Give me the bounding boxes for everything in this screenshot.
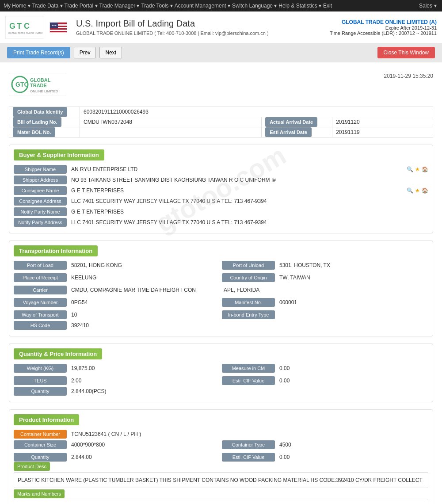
page-title: U.S. Import Bill of Lading Data [76, 19, 330, 29]
product-qty-label: Quantity [14, 453, 67, 462]
consignee-home-icon[interactable]: 🏠 [422, 187, 428, 194]
esti-cif-value: 0.00 [278, 377, 428, 385]
transportation-grid: Port of Load 58201, HONG KONG Port of Un… [14, 261, 428, 321]
nav-switch-language[interactable]: Switch Language ▾ [232, 3, 277, 9]
nav-sales[interactable]: Sales [419, 3, 432, 9]
consignee-name-label: Consignee Name [14, 186, 67, 195]
port-of-unload-row: Port of Unload 5301, HOUSTON, TX [222, 261, 428, 270]
nav-trade-tools[interactable]: Trade Tools ▾ [141, 3, 172, 9]
hs-code-value: 392410 [69, 321, 428, 329]
carrier-right-value: APL, FLORIDA [222, 286, 428, 294]
top-toolbar: Print Trade Record(s) Prev Next Close Th… [0, 43, 442, 62]
marks-numbers-value: G.E.T. HOUSTON,TX C/NO.1-2844 MADE IN TA… [14, 499, 428, 504]
bol-arrival-row: Bill of Lading No. CMDUTWN0372048 Actual… [9, 117, 433, 127]
print-button-top[interactable]: Print Trade Record(s) [7, 47, 70, 58]
svg-text:GLOBAL TRADE ONLINE LIMITED: GLOBAL TRADE ONLINE LIMITED [8, 32, 42, 34]
expire-date: Expire After 2019-12-31 [330, 25, 437, 31]
bill-of-lading-value: CMDUTWN0372048 [80, 117, 262, 127]
place-of-receipt-value: KEELUNG [69, 274, 220, 282]
notify-party-address-value: LLC 7401 SECURITY WAY JERSEY VILLAGE TX … [69, 218, 428, 226]
consignee-search-icon[interactable]: 🔍 [407, 187, 413, 194]
port-of-unload-value: 5301, HOUSTON, TX [278, 261, 428, 269]
global-data-identity-value: 6003201911210000026493 [80, 107, 433, 117]
nav-exit[interactable]: Exit [323, 3, 332, 9]
consignee-star-icon[interactable]: ★ [415, 187, 420, 194]
actual-arrival-date-label: Actual Arrival Date [265, 117, 317, 127]
header-title-area: U.S. Import Bill of Lading Data GLOBAL T… [67, 19, 330, 36]
gtc-logo-svg: G T C GLOBAL TRADE ONLINE LIMITED [7, 19, 42, 36]
shipper-address-row: Shipper Address NO 93 TAIKANG STREET SAN… [14, 176, 428, 184]
actual-arrival-date-value: 20191120 [332, 117, 433, 127]
header-right-info: GLOBAL TRADE ONLINE LIMITED (A) Expire A… [330, 19, 437, 36]
nav-help-statistics[interactable]: Help & Statistics ▾ [278, 3, 321, 9]
next-button-top[interactable]: Next [99, 47, 122, 58]
manifest-no-row: Manifest No. 000001 [222, 298, 428, 307]
qty-label: Quantity [14, 387, 67, 396]
container-type-label: Container Type [222, 440, 275, 449]
manifest-no-value: 000001 [278, 298, 428, 306]
container-size-label: Container Size [14, 440, 67, 449]
country-of-origin-label: Country of Origin [222, 273, 275, 282]
close-button-top[interactable]: Close This Window [377, 47, 435, 58]
notify-party-name-label: Notify Party Name [14, 207, 67, 216]
weight-label: Weight (KG) [14, 364, 67, 373]
carrier-row: Carrier CMDU, COMPAGNIE MAR TIME DA FREI… [14, 286, 220, 294]
main-content: GTC GLOBAL TRADE ONLINE LIMITED 2019-11-… [0, 62, 442, 504]
nav-trade-portal[interactable]: Trade Portal ▾ [65, 3, 98, 9]
teus-value: 2.00 [69, 377, 220, 385]
svg-text:GTC: GTC [15, 81, 29, 88]
teus-label: TEUS [14, 376, 67, 385]
consignee-name-row: Consignee Name G E T ENTERPRISES 🔍 ★ 🏠 [14, 186, 428, 195]
product-esti-cif-label: Esti. CIF Value [222, 453, 275, 462]
carrier-label: Carrier [14, 286, 67, 294]
container-type-value: 4500 [278, 441, 428, 449]
product-desc-value: PLASTIC KITCHEN WARE (PLASTIC TUMBLER BA… [14, 472, 428, 488]
port-of-load-label: Port of Load [14, 261, 67, 270]
consignee-address-value: LLC 7401 SECURITY WAY JERSEY VILLAGE TX … [69, 197, 428, 205]
doc-header: GTC GLOBAL TRADE ONLINE LIMITED 2019-11-… [9, 69, 433, 99]
product-desc-label: Product Desc [14, 462, 50, 471]
svg-text:ONLINE LIMITED: ONLINE LIMITED [30, 89, 58, 93]
carrier-right-row: APL, FLORIDA [222, 286, 428, 294]
inbond-entry-type-row: In-bond Entry Type [222, 310, 428, 319]
flag-icon: ★★★ [50, 22, 67, 33]
measure-value: 0.00 [278, 364, 428, 372]
quantity-price-section-header: Quantity & Price Information [14, 348, 102, 359]
svg-text:C: C [24, 22, 30, 31]
shipper-address-label: Shipper Address [14, 176, 67, 184]
shipper-address-value: NO 93 TAIKANG STREET SANMING DIST KAOHSI… [69, 176, 428, 184]
teus-row: TEUS 2.00 [14, 376, 220, 385]
notify-party-name-row: Notify Party Name G E T ENTERPRISES [14, 207, 428, 216]
voyage-number-label: Voyage Number [14, 298, 67, 307]
container-size-value: 4000*900*800 [69, 441, 220, 449]
shipper-star-icon[interactable]: ★ [415, 166, 420, 172]
global-data-identity-row: Global Data Identity 6003201911210000026… [9, 107, 433, 117]
place-of-receipt-row: Place of Receipt KEELUNG [14, 273, 220, 282]
doc-logo-svg: GTC GLOBAL TRADE ONLINE LIMITED [9, 73, 66, 96]
nav-trade-data[interactable]: Trade Data ▾ [32, 3, 63, 9]
marks-numbers-label: Marks and Numbers [14, 489, 65, 498]
transportation-section-header: Transportation Information [14, 245, 98, 256]
qty-row: Quantity 2,844.00(PCS) [14, 387, 428, 396]
company-name-header: GLOBAL TRADE ONLINE LIMITED (A) [330, 19, 437, 25]
logo-area: G T C GLOBAL TRADE ONLINE LIMITED ★★★ [5, 16, 67, 39]
svg-text:TRADE: TRADE [30, 83, 47, 88]
global-data-identity-label: Global Data Identity [13, 107, 67, 117]
nav-trade-manager[interactable]: Trade Manager ▾ [99, 3, 140, 9]
way-of-transport-row: Way of Transport 10 [14, 310, 220, 319]
nav-my-home[interactable]: My Home ▾ [4, 3, 30, 9]
hs-code-label: HS Code [14, 321, 67, 330]
consignee-address-label: Consignee Address [14, 197, 67, 206]
product-esti-cif-value: 0.00 [278, 453, 428, 461]
svg-text:T: T [17, 22, 22, 31]
qty-value: 2,844.00(PCS) [69, 387, 428, 395]
nav-sales-arrow: ▾ [434, 3, 437, 9]
doc-timestamp: 2019-11-29 15:35:20 [384, 73, 433, 79]
shipper-home-icon[interactable]: 🏠 [422, 166, 428, 172]
identity-table: Global Data Identity 6003201911210000026… [9, 107, 433, 137]
product-esti-cif-row: Esti. CIF Value 0.00 [222, 453, 428, 462]
shipper-search-icon[interactable]: 🔍 [407, 166, 413, 172]
prev-button-top[interactable]: Prev [74, 47, 96, 58]
port-of-unload-label: Port of Unload [222, 261, 275, 270]
nav-account-management[interactable]: Account Management ▾ [175, 3, 230, 9]
